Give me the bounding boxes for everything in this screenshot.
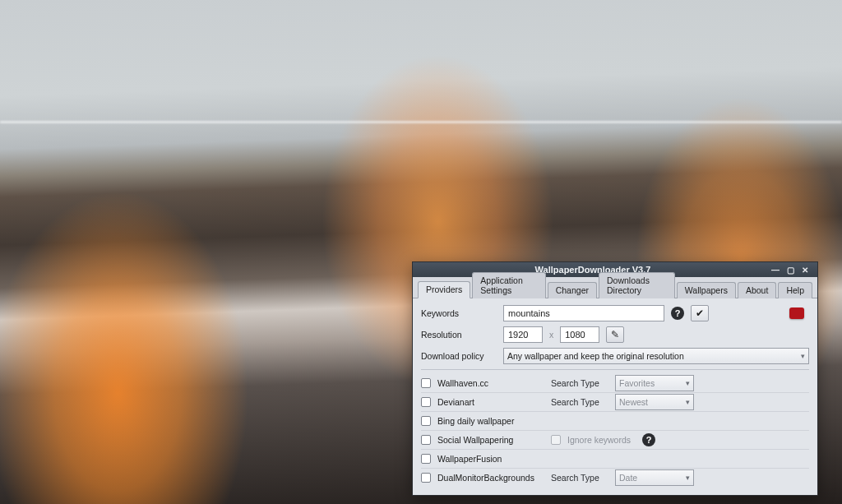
keywords-row: Keywords ? ✔ (421, 305, 809, 321)
search-type-select[interactable]: Date ▾ (615, 469, 694, 486)
chevron-down-icon: ▾ (686, 379, 690, 387)
provider-checkbox[interactable] (421, 435, 431, 445)
tab-about[interactable]: About (738, 282, 776, 298)
provider-label: DualMonitorBackgrounds (437, 473, 544, 483)
keywords-label: Keywords (421, 308, 497, 318)
provider-row-social-wallpapering: Social Wallpapering Ignore keywords ? (421, 431, 809, 449)
ignore-keywords-label: Ignore keywords (567, 435, 631, 445)
resolution-label: Resolution (421, 330, 497, 340)
resolution-row: Resolution x ✎ (421, 326, 809, 343)
tab-downloads-directory[interactable]: Downloads Directory (599, 272, 675, 298)
provider-checkbox[interactable] (421, 397, 431, 407)
search-type-label: Search Type (551, 473, 608, 483)
provider-checkbox[interactable] (421, 416, 431, 426)
pencil-icon: ✎ (611, 329, 619, 340)
keywords-apply-button[interactable]: ✔ (691, 305, 709, 321)
window-minimize-button[interactable]: — (768, 263, 783, 276)
chevron-down-icon: ▾ (686, 474, 690, 482)
tab-bar: Providers Application Settings Changer D… (413, 277, 817, 298)
tab-application-settings[interactable]: Application Settings (472, 272, 545, 298)
status-indicator (789, 307, 804, 319)
window-maximize-button[interactable]: ▢ (783, 263, 798, 276)
tab-wallpapers[interactable]: Wallpapers (677, 282, 736, 298)
provider-label: Wallhaven.cc (437, 378, 544, 388)
resolution-separator: x (549, 330, 553, 340)
search-type-label: Search Type (551, 378, 608, 388)
keywords-help-icon[interactable]: ? (671, 307, 684, 320)
policy-row: Download policy Any wallpaper and keep t… (421, 348, 809, 364)
resolution-edit-button[interactable]: ✎ (606, 326, 624, 343)
policy-label: Download policy (421, 351, 497, 361)
provider-label: Devianart (437, 397, 544, 407)
search-type-value: Favorites (619, 378, 655, 388)
provider-row-dualmonitor: DualMonitorBackgrounds Search Type Date … (421, 469, 809, 487)
tab-providers[interactable]: Providers (418, 281, 470, 298)
provider-label: WallpaperFusion (437, 454, 544, 464)
provider-row-wallpaperfusion: WallpaperFusion (421, 450, 809, 468)
horizon-ridge (0, 121, 842, 123)
tab-changer[interactable]: Changer (548, 282, 597, 298)
tab-help[interactable]: Help (778, 282, 812, 298)
search-type-value: Date (619, 473, 637, 483)
resolution-width-input (503, 326, 543, 343)
search-type-select[interactable]: Favorites ▾ (615, 375, 694, 391)
ignore-keywords-checkbox[interactable] (551, 435, 561, 445)
ignore-help-icon[interactable]: ? (642, 433, 655, 446)
search-type-label: Search Type (551, 397, 608, 407)
app-window: WallpaperDownloader V3.7 — ▢ ✕ Providers… (412, 261, 818, 496)
policy-select[interactable]: Any wallpaper and keep the original reso… (503, 348, 809, 364)
search-type-value: Newest (619, 397, 648, 407)
section-divider (421, 369, 809, 370)
resolution-height-input (560, 326, 599, 343)
provider-row-devianart: Devianart Search Type Newest ▾ (421, 393, 809, 411)
search-type-select[interactable]: Newest ▾ (615, 394, 694, 410)
chevron-down-icon: ▾ (801, 352, 805, 360)
window-title: WallpaperDownloader V3.7 (418, 265, 768, 275)
provider-checkbox[interactable] (421, 473, 431, 483)
window-close-button[interactable]: ✕ (798, 263, 812, 276)
provider-checkbox[interactable] (421, 378, 431, 388)
provider-label: Bing daily wallpaper (437, 416, 544, 426)
provider-label: Social Wallpapering (437, 435, 544, 445)
check-icon: ✔ (696, 307, 704, 319)
chevron-down-icon: ▾ (686, 398, 690, 406)
provider-row-wallhaven: Wallhaven.cc Search Type Favorites ▾ (421, 374, 809, 392)
provider-row-bing: Bing daily wallpaper (421, 412, 809, 430)
policy-value: Any wallpaper and keep the original reso… (507, 351, 684, 361)
providers-panel: Keywords ? ✔ Resolution x ✎ Download pol… (413, 298, 817, 495)
keywords-input[interactable] (503, 305, 664, 321)
provider-checkbox[interactable] (421, 454, 431, 464)
